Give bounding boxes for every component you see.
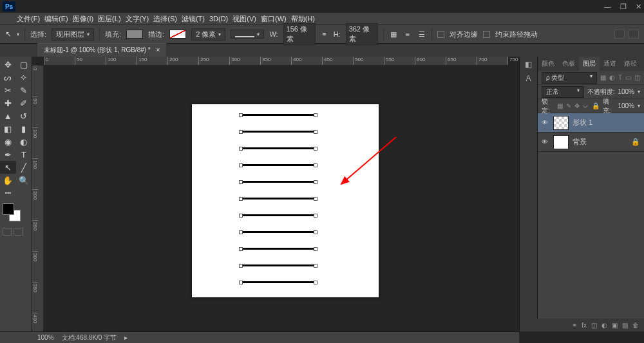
doc-info-chevron[interactable]: ▸ — [124, 334, 128, 341]
panel-tab[interactable]: 图层 — [579, 57, 600, 71]
filter-shape-icon[interactable]: ▭ — [625, 74, 631, 81]
canvas-area[interactable]: 0501001502002503003504004505005506006507… — [32, 57, 519, 331]
delete-icon[interactable]: 🗑 — [632, 322, 639, 329]
blur-tool[interactable]: ◉ — [0, 135, 16, 148]
filter-img-icon[interactable]: ▦ — [600, 74, 606, 81]
lasso-tool[interactable]: ᔕ — [0, 71, 16, 84]
link-layers-icon[interactable]: ⚭ — [572, 322, 577, 329]
stroke-style[interactable]: ▾ — [231, 30, 264, 39]
panel-tab[interactable]: 路径 — [620, 57, 641, 71]
filter-smart-icon[interactable]: ◫ — [634, 74, 640, 81]
dock-icon-1[interactable]: ◧ — [524, 59, 534, 70]
history-brush-tool[interactable]: ↺ — [16, 109, 32, 122]
menu-item[interactable]: 帮助(H) — [291, 14, 315, 24]
lock-trans-icon[interactable]: ▦ — [557, 102, 563, 110]
link-wh-icon[interactable]: ⚭ — [321, 30, 328, 39]
layer-kind-dropdown[interactable]: ρ 类型▾ — [542, 72, 597, 84]
lock-pos-icon[interactable]: ✥ — [574, 102, 580, 110]
tail-btn-1[interactable] — [614, 30, 625, 39]
select-dropdown[interactable]: 现用图层▾ — [52, 28, 94, 41]
layer-thumb[interactable] — [553, 116, 569, 130]
crop-tool[interactable]: ✂ — [0, 84, 16, 97]
mask-icon[interactable]: ◫ — [591, 322, 597, 329]
heal-tool[interactable]: ✚ — [0, 97, 16, 109]
menu-item[interactable]: 视图(V) — [232, 14, 256, 24]
menu-item[interactable]: 选择(S) — [153, 14, 177, 24]
path-selection-tool[interactable]: ↖ — [0, 161, 16, 174]
stamp-tool[interactable]: ▲ — [0, 109, 16, 122]
maximize-icon[interactable]: ❐ — [620, 3, 627, 11]
document-tab[interactable]: 未标题-1 @ 100% (形状 1, RGB/8#) * × — [37, 43, 166, 57]
panel-tab[interactable]: 通道 — [600, 57, 620, 71]
new-layer-icon[interactable]: ▤ — [622, 322, 628, 329]
hand-tool[interactable]: ✋ — [0, 174, 16, 187]
eraser-tool[interactable]: ◧ — [0, 122, 16, 135]
gradient-tool[interactable]: ▮ — [16, 122, 32, 135]
dodge-tool[interactable]: ◐ — [16, 135, 32, 148]
move-tool[interactable]: ✥ — [0, 58, 16, 71]
panel-tab[interactable]: 色板 — [558, 57, 579, 71]
width-input[interactable]: 156 像素 — [283, 23, 316, 45]
lock-artboard-icon[interactable]: ᨆ — [583, 102, 589, 110]
layer-name: 背景 — [573, 137, 587, 147]
height-input[interactable]: 362 像素 — [346, 23, 378, 45]
menu-item[interactable]: 图层(L) — [98, 14, 120, 24]
tail-btn-2[interactable] — [629, 30, 639, 39]
lock-icon: 🔒 — [631, 138, 640, 146]
menu-item[interactable]: 图像(I) — [73, 14, 93, 24]
stroke-label: 描边: — [148, 30, 164, 39]
fx-icon[interactable]: fx — [582, 322, 587, 329]
filter-adj-icon[interactable]: ◐ — [609, 74, 615, 81]
quickmask-mask[interactable] — [14, 228, 23, 236]
zoom-tool[interactable]: 🔍 — [16, 174, 32, 187]
visibility-icon[interactable]: 👁 — [542, 138, 549, 145]
lock-label: 锁定: — [542, 97, 554, 115]
toolbox-more[interactable]: ••• — [0, 187, 16, 199]
constrain-path-checkbox[interactable] — [483, 31, 490, 38]
lock-pixel-icon[interactable]: ✎ — [566, 102, 571, 110]
filter-type-icon[interactable]: T — [618, 74, 622, 81]
group-icon[interactable]: ▣ — [612, 322, 618, 329]
dock-icon-2[interactable]: A — [524, 73, 534, 84]
magic-wand-tool[interactable]: ✧ — [16, 71, 32, 84]
menu-item[interactable]: 编辑(E) — [44, 14, 68, 24]
minimize-icon[interactable]: — — [604, 3, 611, 11]
lock-all-icon[interactable]: 🔒 — [592, 102, 600, 110]
opacity-value[interactable]: 100% — [618, 88, 634, 95]
layer-thumb[interactable] — [553, 135, 569, 149]
menu-item[interactable]: 3D(D) — [209, 15, 228, 23]
panel-tab[interactable]: 颜色 — [538, 57, 558, 71]
document-canvas[interactable] — [192, 104, 379, 297]
pen-tool[interactable]: ✒ — [0, 148, 16, 161]
menu-item[interactable]: 窗口(W) — [261, 14, 287, 24]
close-icon[interactable]: ✕ — [636, 3, 641, 11]
type-tool[interactable]: T — [16, 148, 32, 161]
close-tab-icon[interactable]: × — [156, 46, 160, 53]
menu-item[interactable]: 文字(Y) — [126, 14, 149, 24]
stroke-swatch[interactable] — [169, 30, 186, 39]
blend-mode-dropdown[interactable]: 正常▾ — [542, 86, 584, 98]
zoom-level[interactable]: 100% — [37, 334, 54, 341]
doc-info: 文档:468.8K/0 字节 — [62, 333, 117, 342]
layer-row[interactable]: 👁背景🔒 — [538, 133, 644, 152]
menu-item[interactable]: 滤镜(T) — [182, 14, 205, 24]
line-tool[interactable]: ╱ — [16, 161, 32, 174]
menu-bar: 文件(F)编辑(E)图像(I)图层(L)文字(Y)选择(S)滤镜(T)3D(D)… — [0, 13, 644, 24]
path-align-icon[interactable]: ≡ — [403, 30, 412, 39]
path-arrange-icon[interactable]: ☰ — [417, 30, 426, 39]
status-bar: 100% 文档:468.8K/0 字节 ▸ — [0, 331, 519, 343]
fg-bg-colors[interactable] — [3, 203, 28, 225]
menu-item[interactable]: 文件(F) — [17, 14, 40, 24]
layer-row[interactable]: 👁形状 1 — [538, 113, 644, 133]
quickmask-std[interactable] — [3, 228, 12, 236]
fill-opacity-value[interactable]: 100% — [618, 102, 634, 109]
eyedropper-tool[interactable]: ✎ — [16, 84, 32, 97]
brush-tool[interactable]: ✐ — [16, 97, 32, 109]
path-ops-icon[interactable]: ▦ — [389, 30, 398, 39]
stroke-width[interactable]: 2 像素▾ — [191, 28, 225, 41]
align-edges-checkbox[interactable] — [437, 31, 444, 38]
fill-swatch[interactable] — [126, 30, 143, 39]
adj-icon[interactable]: ◐ — [601, 322, 607, 329]
marquee-tool[interactable]: ▢ — [16, 58, 32, 71]
visibility-icon[interactable]: 👁 — [542, 119, 549, 126]
